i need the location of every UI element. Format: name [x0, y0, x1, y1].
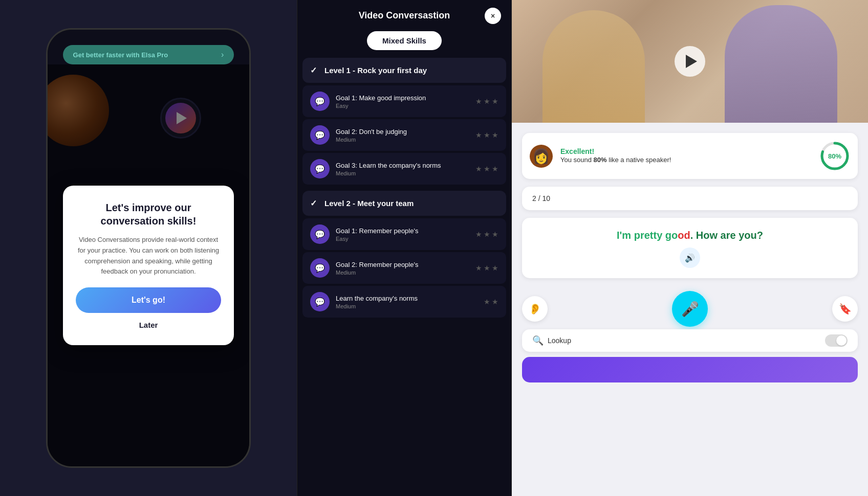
star-icon: ★ [475, 131, 482, 139]
video-play-triangle-icon [686, 55, 697, 68]
level2-goal2-difficulty: Medium [336, 269, 469, 276]
video-placeholder [512, 0, 868, 123]
level2-goal3-stars: ★ ★ [484, 298, 498, 306]
level2-goal3-difficulty: Medium [336, 303, 478, 309]
lookup-toggle[interactable] [825, 334, 848, 347]
goal-item[interactable]: 💬 Goal 2: Remember people's Medium ★ ★ ★ [302, 252, 506, 284]
modal-description: Video Conversations provide real-world c… [76, 235, 222, 277]
level2-goal2-icon: 💬 [310, 258, 330, 278]
conversation-modal: Let's improve our conversation skills! V… [63, 186, 234, 345]
vc-header: Video Conversastion × [297, 0, 511, 31]
level2-goal1-difficulty: Easy [336, 236, 469, 242]
phone-screen: Get better faster with Elsa Pro › Le [48, 30, 249, 466]
controls-row: 👂 🎤 🔖 [512, 288, 868, 329]
percent-bold: 80% [594, 156, 607, 164]
word-od: od [678, 230, 690, 241]
avatar-face: 👩 [532, 148, 550, 165]
level2-goal1-icon: 💬 [310, 224, 330, 244]
mic-icon: 🎤 [681, 301, 699, 318]
lookup-label: Lookup [548, 336, 571, 345]
star-icon: ★ [484, 97, 490, 105]
star-icon: ★ [475, 264, 482, 272]
modal-overlay: Let's improve our conversation skills! V… [48, 64, 249, 466]
feedback-text: Excellent! You sound 80% like a native s… [560, 147, 812, 165]
close-button[interactable]: × [485, 8, 501, 24]
lets-go-button[interactable]: Let's go! [76, 287, 222, 313]
goal3-info: Goal 3: Learn the company's norms Medium [336, 162, 469, 176]
skills-pill[interactable]: Mixed Skills [367, 31, 442, 50]
level2-goal2-name: Goal 2: Remember people's [336, 261, 469, 268]
ear-button[interactable]: 👂 [522, 296, 548, 322]
star-icon: ★ [475, 97, 482, 105]
star-icon: ★ [484, 131, 490, 139]
goal-item[interactable]: 💬 Learn the company's norms Medium ★ ★ [302, 286, 506, 318]
goal3-stars: ★ ★ ★ [475, 165, 498, 173]
chat-bubble-icon: 💬 [315, 130, 325, 140]
practice-content: 👩 Excellent! You sound 80% like a native… [512, 123, 868, 288]
feedback-description: You sound 80% like a native speaker! [560, 155, 812, 165]
search-icon: 🔍 [532, 335, 544, 346]
chat-bubble-icon: 💬 [315, 97, 325, 106]
ear-icon: 👂 [529, 303, 541, 315]
goal-item[interactable]: 💬 Goal 3: Learn the company's norms Medi… [302, 153, 506, 185]
star-icon: ★ [492, 165, 498, 173]
level2-goal3-info: Learn the company's norms Medium [336, 295, 478, 309]
level2-title: Level 2 - Meet your team [324, 199, 414, 208]
goal1-info: Goal 1: Make good impression Easy [336, 94, 469, 109]
avatar: 👩 [530, 145, 553, 168]
goal2-name: Goal 2: Don't be judging [336, 128, 469, 136]
level2-goal1-name: Goal 1: Remember people's [336, 227, 469, 235]
star-icon: ★ [492, 230, 498, 238]
pro-banner-text: Get better faster with Elsa Pro [73, 51, 168, 59]
sentence-card: I'm pretty good. How are you? 🔊 [522, 218, 858, 278]
goal-item[interactable]: 💬 Goal 1: Make good impression Easy ★ ★ … [302, 85, 506, 117]
level1-check-icon: ✓ [310, 65, 317, 75]
level2-header[interactable]: ✓ Level 2 - Meet your team [302, 191, 506, 216]
star-icon: ★ [484, 264, 490, 272]
sentence-text: I'm pretty good. How are you? [532, 228, 848, 242]
star-icon: ★ [484, 165, 490, 173]
star-icon: ★ [492, 97, 498, 105]
chat-bubble-icon: 💬 [315, 164, 325, 174]
goal2-stars: ★ ★ ★ [475, 131, 498, 139]
level2-goal3-name: Learn the company's norms [336, 295, 478, 302]
star-icon: ★ [484, 230, 490, 238]
feedback-card: 👩 Excellent! You sound 80% like a native… [522, 133, 858, 179]
goal-item[interactable]: 💬 Goal 2: Don't be judging Medium ★ ★ ★ [302, 119, 506, 151]
goal2-difficulty: Medium [336, 137, 469, 143]
goal-item[interactable]: 💬 Goal 1: Remember people's Easy ★ ★ ★ [302, 218, 506, 250]
pro-banner[interactable]: Get better faster with Elsa Pro › [63, 45, 234, 64]
level2-goal1-stars: ★ ★ ★ [475, 230, 498, 238]
later-button[interactable]: Later [139, 321, 158, 329]
bookmark-button[interactable]: 🔖 [832, 296, 858, 322]
goal1-icon: 💬 [310, 92, 330, 111]
lookup-left: 🔍 Lookup [532, 335, 571, 346]
chat-bubble-icon: 💬 [315, 297, 325, 307]
star-icon: ★ [492, 298, 498, 306]
counter-card: 2 / 10 [522, 187, 858, 210]
level1-header[interactable]: ✓ Level 1 - Rock your first day [302, 58, 506, 83]
phone-panel: Get better faster with Elsa Pro › Le [0, 0, 297, 496]
level2-goal3-icon: 💬 [310, 292, 330, 311]
goal1-difficulty: Easy [336, 103, 469, 109]
phone-frame: Get better faster with Elsa Pro › Le [46, 28, 251, 468]
star-icon: ★ [484, 298, 490, 306]
chat-bubble-icon: 💬 [315, 263, 325, 273]
word-go: go [665, 230, 678, 241]
word-how: . How are you? [690, 230, 763, 241]
star-icon: ★ [492, 264, 498, 272]
level2-goal2-info: Goal 2: Remember people's Medium [336, 261, 469, 276]
microphone-button[interactable]: 🎤 [672, 291, 708, 327]
middle-panel: Video Conversastion × Mixed Skills ✓ Lev… [297, 0, 512, 496]
level2-check-icon: ✓ [310, 198, 317, 208]
star-icon: ★ [475, 230, 482, 238]
goal3-icon: 💬 [310, 159, 330, 178]
video-play-button[interactable] [675, 46, 705, 77]
level2-goal2-stars: ★ ★ ★ [475, 264, 498, 272]
star-icon: ★ [492, 131, 498, 139]
goal3-name: Goal 3: Learn the company's norms [336, 162, 469, 169]
counter-text: 2 / 10 [532, 194, 848, 202]
audio-button[interactable]: 🔊 [680, 247, 700, 268]
star-icon: ★ [475, 165, 482, 173]
modal-title: Let's improve our conversation skills! [76, 201, 222, 228]
